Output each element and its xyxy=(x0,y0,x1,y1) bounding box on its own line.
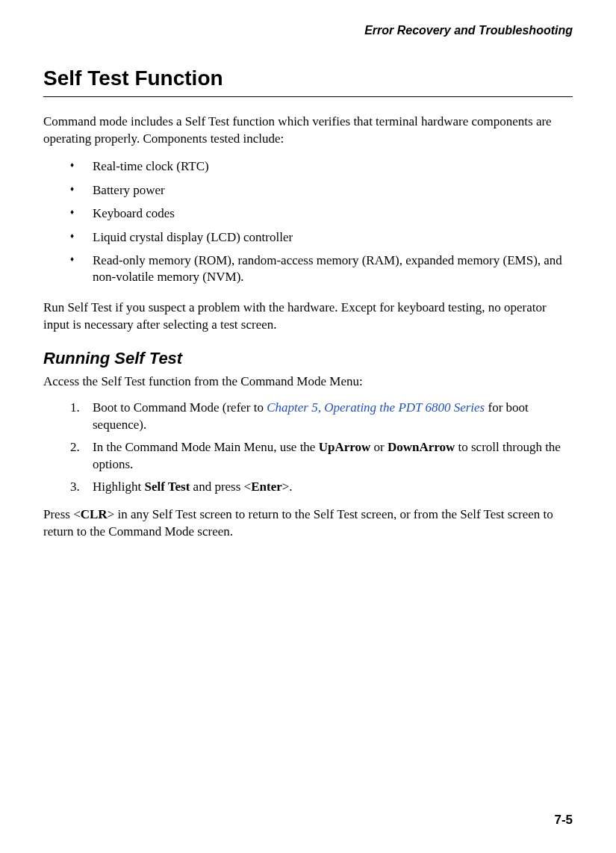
chapter-link[interactable]: Chapter 5, Operating the PDT 6800 Series xyxy=(267,400,485,415)
keyname-enter: Enter xyxy=(251,480,282,494)
closing-text: > in any Self Test screen to return to t… xyxy=(43,507,553,539)
running-header: Error Recovery and Troubleshooting xyxy=(43,22,573,39)
section-heading: Self Test Function xyxy=(43,64,573,93)
selftest-label: Self Test xyxy=(144,480,190,494)
step-item: Boot to Command Mode (refer to Chapter 5… xyxy=(70,400,573,433)
step-item: In the Command Mode Main Menu, use the U… xyxy=(70,439,573,473)
subsection-heading: Running Self Test xyxy=(43,347,573,370)
keyname-uparrow: UpArrow xyxy=(319,440,371,454)
keyname-downarrow: DownArrow xyxy=(388,440,455,454)
list-item: Read-only memory (ROM), random-access me… xyxy=(70,252,573,286)
list-item: Liquid crystal display (LCD) controller xyxy=(70,229,573,246)
subsection-intro: Access the Self Test function from the C… xyxy=(43,373,573,391)
intro-paragraph: Command mode includes a Self Test functi… xyxy=(43,114,573,148)
after-bullets-paragraph: Run Self Test if you suspect a problem w… xyxy=(43,300,573,334)
steps-list: Boot to Command Mode (refer to Chapter 5… xyxy=(43,400,573,495)
closing-paragraph: Press <CLR> in any Self Test screen to r… xyxy=(43,506,573,541)
page-number: 7-5 xyxy=(554,812,573,829)
keyname-clr: CLR xyxy=(81,507,108,521)
closing-text: Press < xyxy=(43,507,81,521)
list-item: Battery power xyxy=(70,182,573,199)
components-list: Real-time clock (RTC) Battery power Keyb… xyxy=(43,158,573,286)
step-text: Highlight xyxy=(93,480,144,494)
step-text: Boot to Command Mode (refer to xyxy=(93,400,267,415)
step-text: and press < xyxy=(190,480,251,494)
step-text: >. xyxy=(282,480,293,494)
step-text: or xyxy=(370,440,388,454)
section-rule xyxy=(43,96,573,97)
list-item: Real-time clock (RTC) xyxy=(70,158,573,175)
list-item: Keyboard codes xyxy=(70,205,573,222)
step-item: Highlight Self Test and press <Enter>. xyxy=(70,479,573,495)
step-text: In the Command Mode Main Menu, use the xyxy=(93,440,319,454)
